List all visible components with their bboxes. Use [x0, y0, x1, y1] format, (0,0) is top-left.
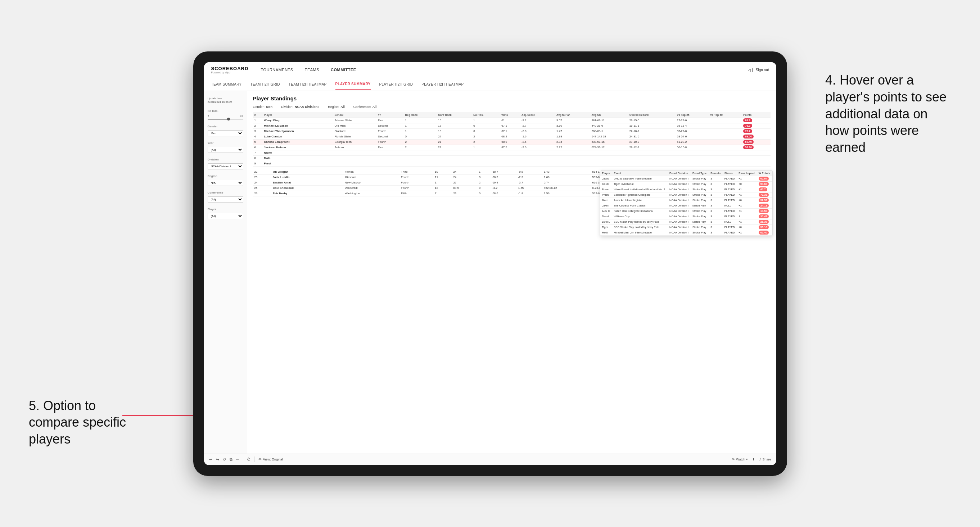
cell-no-rds: 0 [477, 185, 491, 190]
share-button[interactable]: ⤴ Share [759, 457, 771, 461]
cell-points[interactable]: 68.54 [742, 134, 770, 139]
division-dropdown[interactable]: NCAA Division I [208, 163, 243, 170]
subnav-player-h2h-grid[interactable]: PLAYER H2H GRID [379, 79, 413, 89]
nav-committee[interactable]: COMMITTEE [329, 68, 358, 72]
tt-rank: +1 [737, 208, 757, 214]
cell-rank: 26 [253, 190, 271, 196]
tt-type: Stroke Play [690, 208, 709, 214]
table-row[interactable]: 3 Michael Thorbjornsen Stanford Fourth 1… [253, 129, 770, 134]
conference-dropdown[interactable]: (All) [208, 197, 243, 203]
no-rds-slider[interactable] [208, 119, 243, 120]
sign-out[interactable]: Sign out [756, 68, 769, 72]
cell-wins: 68.7 [491, 170, 517, 175]
table-row[interactable]: 6 Jackson Koivun Auburn First 2 27 1 87.… [253, 144, 770, 150]
tt-rounds: 3 [709, 214, 722, 219]
cell-points[interactable]: 76.3 [742, 123, 770, 129]
refresh-icon[interactable]: ↺ [223, 457, 226, 462]
cell-reg-rank: 1 [404, 123, 437, 129]
cell-points[interactable] [742, 150, 770, 156]
subnav-h2h-heatmap[interactable]: TEAM H2H HEATMAP [289, 79, 327, 89]
col-player: Player [262, 112, 333, 118]
main-content: Update time: 27/01/2024 16:56:26 No Rds.… [204, 91, 776, 454]
cell-no-rds: 0 [472, 129, 500, 134]
tt-event: Williams Cup [612, 214, 668, 219]
tt-status: PLAYED [723, 197, 737, 203]
cell-avg-topar: 1.47 [555, 129, 590, 134]
no-rds-label: No Rds. [208, 110, 243, 113]
cell-avg-topar [555, 161, 590, 166]
tt-rounds: 3 [709, 219, 722, 224]
nav-tournaments[interactable]: TOURNAMENTS [259, 68, 294, 72]
subnav-h2h-grid[interactable]: TEAM H2H GRID [250, 79, 280, 89]
table-row[interactable]: 1 Wenyi Ding Arizona State First 1 15 1 … [253, 117, 770, 123]
cell-points[interactable]: 88.2 [742, 117, 770, 123]
cell-adj-score: -2.6 [520, 139, 555, 144]
cell-points[interactable]: 58.18 [742, 144, 770, 150]
tt-rounds: 3 [709, 208, 722, 214]
cell-points[interactable]: 60.49 [742, 139, 770, 144]
subnav-player-summary[interactable]: PLAYER SUMMARY [336, 79, 371, 90]
cell-wins: 87.5 [500, 144, 520, 150]
col-school: School [333, 112, 377, 118]
tt-rounds: 3 [709, 224, 722, 230]
cell-adj-score [520, 156, 555, 161]
download-button[interactable]: ⬇ [752, 457, 755, 461]
table-row[interactable]: 2 Michael La Sasso Ole Miss Second 1 18 … [253, 123, 770, 129]
tooltip-row: Tiger SEC Stroke Play hosted by Jerry Pa… [600, 224, 772, 230]
filter-division: Division: NCAA Division I [281, 105, 319, 109]
tt-event: SEC Match Play hosted by Jerry Pate [612, 219, 668, 224]
tt-status: PLAYED [723, 181, 737, 187]
tt-points: 73.33 [757, 192, 772, 197]
undo-icon[interactable]: ↩ [209, 457, 212, 462]
tooltip-row: Phich Southern Highlands Collegiate NCAA… [600, 192, 772, 197]
cell-adj-score: -1.6 [520, 134, 555, 139]
cell-avg-sg [590, 161, 628, 166]
cell-wins: 68.2 [500, 134, 520, 139]
sidebar-year: Year (All) [208, 141, 243, 153]
cell-avg-sg: 208-09-1 [590, 129, 628, 134]
subnav-team-summary[interactable]: TEAM SUMMARY [211, 79, 242, 89]
tt-event: Tiger Invitational [612, 181, 668, 187]
cell-adj-score: -3.2 [520, 117, 555, 123]
table-row[interactable]: 5 Christo Lamprecht Georgia Tech Fourth … [253, 139, 770, 144]
region-dropdown[interactable]: N/A [208, 180, 243, 186]
year-dropdown[interactable]: (All) [208, 147, 243, 153]
table-title: Player Standings [253, 95, 770, 102]
copy-icon[interactable]: ⧉ [230, 457, 232, 462]
cell-points[interactable]: 70.2 [742, 129, 770, 134]
cell-wins: 67.1 [500, 129, 520, 134]
cell-wins: 68.0 [500, 139, 520, 144]
tt-col-type: Event Type [690, 170, 709, 176]
bottom-toolbar: ↩ ↪ ↺ ⧉ ··· ⏱ 👁 View: Original 👁 Watch ▾… [204, 454, 776, 465]
more-icon[interactable]: ··· [236, 457, 239, 462]
cell-player: Luke Clanton [262, 134, 333, 139]
player-dropdown[interactable]: (All) [208, 213, 243, 219]
cell-vs-top25: 63-54-6 [676, 134, 709, 139]
tooltip-row: David Williams Cup NCAA Division I Strok… [600, 214, 772, 219]
tt-col-event: Event [612, 170, 668, 176]
cell-reg-rank [404, 156, 437, 161]
view-label[interactable]: View: Original [263, 457, 283, 461]
cell-avg-topar: 452-96-12 [542, 185, 591, 190]
redo-icon[interactable]: ↪ [216, 457, 219, 462]
player-label: Player [208, 208, 243, 211]
cell-school: Vanderbilt [343, 185, 399, 190]
cell-avg-topar: 2.34 [555, 139, 590, 144]
tt-event: UNCW Seahawk Intercollegiate [612, 176, 668, 181]
table-row[interactable]: 4 Luke Clanton Florida State Second 5 27… [253, 134, 770, 139]
tt-player: Phich [600, 192, 612, 197]
tt-player: Mare [600, 197, 612, 203]
tt-points: 60.64 [757, 176, 772, 181]
cell-points[interactable] [742, 156, 770, 161]
nav-teams[interactable]: TEAMS [303, 68, 321, 72]
clock-icon[interactable]: ⏱ [247, 457, 251, 462]
cell-points[interactable] [742, 161, 770, 166]
cell-conf-rank: 24 [452, 175, 477, 180]
subnav-player-h2h-heatmap[interactable]: PLAYER H2H HEATMAP [422, 79, 463, 89]
table-row[interactable]: 7 Niche [253, 150, 770, 156]
gender-dropdown[interactable]: Men [208, 130, 243, 137]
tt-status: PLAYED [723, 230, 737, 235]
table-row[interactable]: 9 Prest [253, 161, 770, 166]
table-row[interactable]: 8 Mats [253, 156, 770, 161]
watch-button[interactable]: 👁 Watch ▾ [732, 457, 748, 461]
